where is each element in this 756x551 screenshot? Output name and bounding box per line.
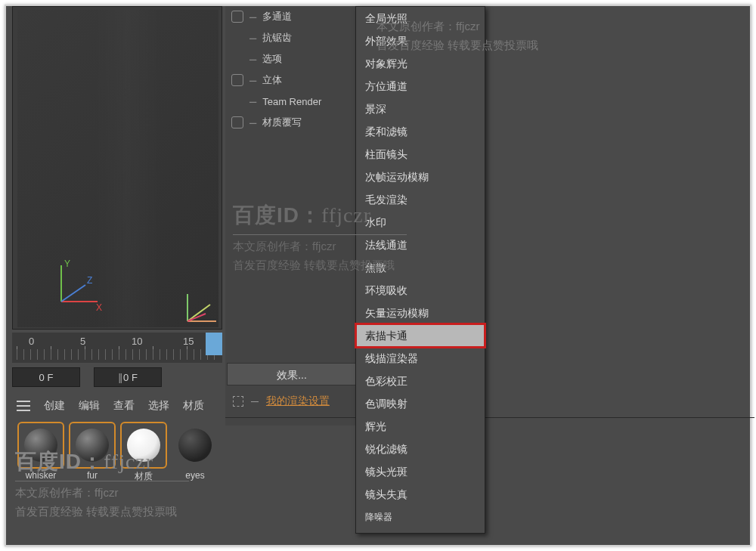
effects-menu-item[interactable]: 焦散 bbox=[356, 256, 485, 279]
effects-menu-item[interactable]: 线描渲染器 bbox=[356, 347, 485, 370]
effects-menu-item[interactable]: 锐化滤镜 bbox=[356, 438, 485, 460]
effects-menu-item[interactable]: 全局光照 bbox=[356, 7, 485, 29]
render-option-label: 抗锯齿 bbox=[262, 31, 292, 45]
menu-view[interactable]: 查看 bbox=[113, 399, 135, 413]
axis-indicator: Y X Z bbox=[45, 258, 105, 318]
render-option[interactable]: ─抗锯齿 bbox=[225, 27, 358, 48]
material-thumb bbox=[173, 423, 217, 467]
render-option[interactable]: ─Team Render bbox=[225, 91, 358, 112]
playhead[interactable] bbox=[206, 333, 222, 355]
render-option-label: Team Render bbox=[262, 96, 321, 107]
my-render-settings-label: 我的渲染设置 bbox=[266, 395, 330, 408]
effects-menu-item[interactable]: 柱面镜头 bbox=[356, 143, 485, 166]
effects-menu-item[interactable]: 毛发渲染 bbox=[356, 188, 485, 211]
effects-menu-item[interactable]: 色彩校正 bbox=[356, 370, 485, 392]
effects-menu-item[interactable]: 法线通道 bbox=[356, 234, 485, 256]
viewport-3d[interactable]: Y X Z bbox=[12, 6, 222, 330]
menu-select[interactable]: 选择 bbox=[148, 399, 169, 413]
material-label: 材质 bbox=[119, 470, 168, 483]
effects-button[interactable]: 效果... bbox=[227, 363, 357, 385]
material-list: whisker fur 材质 eyes bbox=[12, 420, 222, 503]
effects-menu-item[interactable]: 镜头失真 bbox=[356, 483, 485, 506]
effects-menu-item[interactable]: 景深 bbox=[356, 98, 485, 120]
effects-menu-item[interactable]: 方位通道 bbox=[356, 75, 485, 98]
world-gizmo bbox=[180, 283, 225, 329]
viewport-inner: Y X Z bbox=[17, 10, 218, 327]
effects-menu-item[interactable]: 色调映射 bbox=[356, 392, 485, 415]
svg-line-5 bbox=[187, 305, 210, 321]
effects-menu-item[interactable]: 降噪器 bbox=[356, 506, 485, 528]
material-item[interactable]: fur bbox=[68, 423, 116, 488]
material-item[interactable]: eyes bbox=[171, 423, 219, 488]
material-thumb bbox=[122, 423, 166, 467]
svg-line-2 bbox=[61, 285, 85, 302]
expand-icon[interactable] bbox=[233, 396, 243, 407]
render-option[interactable]: ─多通道 bbox=[225, 6, 358, 27]
effects-menu-item[interactable]: 对象辉光 bbox=[356, 52, 485, 75]
axis-x-label: X bbox=[96, 302, 102, 313]
checkbox-icon[interactable] bbox=[231, 74, 243, 86]
frame-current-field[interactable]: 0 F bbox=[94, 367, 162, 387]
effects-menu-item[interactable]: 外部效果 bbox=[356, 29, 485, 52]
material-label: whisker bbox=[17, 470, 65, 481]
timeline-tick: 5 bbox=[80, 336, 85, 347]
effects-menu-item[interactable]: 次帧运动模糊 bbox=[356, 166, 485, 188]
material-label: fur bbox=[68, 470, 116, 481]
effects-menu-item[interactable]: 环境吸收 bbox=[356, 279, 485, 302]
menu-create[interactable]: 创建 bbox=[44, 399, 65, 413]
render-option[interactable]: ─选项 bbox=[225, 48, 358, 70]
separator bbox=[225, 417, 754, 418]
checkbox-icon[interactable] bbox=[231, 116, 243, 128]
effects-menu-item[interactable]: 素描卡通 bbox=[356, 324, 485, 347]
menu-edit[interactable]: 编辑 bbox=[79, 399, 100, 413]
app-frame: Y X Z 0 5 10 15 0 F 0 F 创建 编辑 查看 选择 bbox=[5, 5, 751, 546]
material-manager-menu: 创建 编辑 查看 选择 材质 bbox=[12, 396, 222, 416]
render-option-label: 多通道 bbox=[262, 10, 292, 23]
effects-dropdown: 全局光照外部效果对象辉光方位通道景深柔和滤镜柱面镜头次帧运动模糊毛发渲染水印法线… bbox=[355, 6, 485, 534]
render-option[interactable]: ─立体 bbox=[225, 70, 358, 91]
material-item[interactable]: 材质 bbox=[119, 423, 168, 488]
effects-menu-item[interactable]: 矢量运动模糊 bbox=[356, 302, 485, 324]
effects-menu-item[interactable]: 镜头光斑 bbox=[356, 460, 485, 483]
render-option-label: 材质覆写 bbox=[262, 116, 302, 129]
timeline-tick: 10 bbox=[132, 336, 142, 347]
render-option-label: 立体 bbox=[262, 73, 282, 87]
menu-icon[interactable] bbox=[17, 401, 30, 411]
frame-start-field[interactable]: 0 F bbox=[12, 367, 80, 387]
effects-menu-item[interactable]: 辉光 bbox=[356, 415, 485, 438]
menu-material[interactable]: 材质 bbox=[183, 399, 204, 413]
effects-menu-item[interactable]: 水印 bbox=[356, 211, 485, 234]
timeline-tick: 0 bbox=[29, 336, 34, 347]
material-label: eyes bbox=[171, 470, 219, 481]
axis-z-label: Z bbox=[87, 275, 92, 286]
frame-fields: 0 F 0 F bbox=[12, 367, 222, 390]
checkbox-icon[interactable] bbox=[231, 11, 243, 23]
render-option-label: 选项 bbox=[262, 52, 282, 66]
material-item[interactable]: whisker bbox=[17, 423, 65, 488]
timeline-tick: 15 bbox=[183, 336, 194, 347]
effects-menu-item[interactable]: 柔和滤镜 bbox=[356, 120, 485, 143]
render-option[interactable]: ─材质覆写 bbox=[225, 112, 358, 133]
material-thumb bbox=[70, 423, 114, 467]
axis-y-label: Y bbox=[64, 258, 70, 269]
timeline[interactable]: 0 5 10 15 bbox=[12, 333, 222, 363]
material-thumb bbox=[19, 423, 63, 467]
